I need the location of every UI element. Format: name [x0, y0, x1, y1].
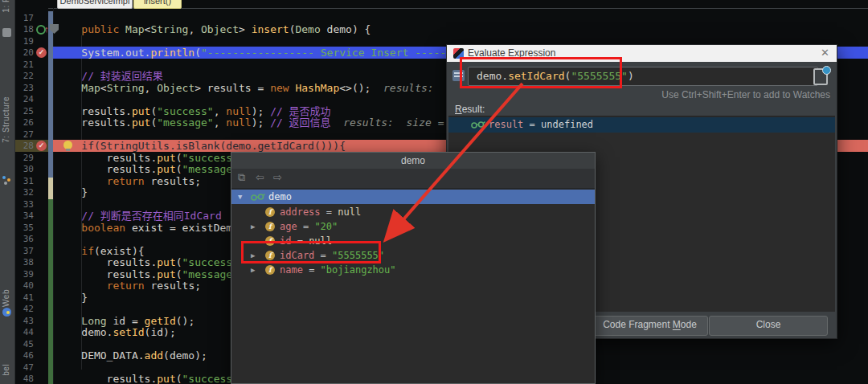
- line-number[interactable]: 44: [14, 326, 34, 338]
- variable-row-root[interactable]: ▼ demo: [231, 190, 595, 204]
- line-number[interactable]: 42: [14, 303, 34, 315]
- code-line[interactable]: public Map<String, Object> insert(Demo d…: [56, 23, 371, 35]
- line-number[interactable]: 48: [14, 373, 34, 384]
- token: Long: [81, 315, 106, 327]
- code-line[interactable]: results.put("success: [56, 152, 232, 164]
- line-number[interactable]: 22: [14, 70, 34, 82]
- close-button[interactable]: Close: [709, 316, 828, 336]
- code-line[interactable]: results.put("message: [56, 163, 232, 175]
- token: Map: [81, 82, 100, 94]
- line-number[interactable]: 35: [14, 222, 34, 234]
- project-icon[interactable]: [2, 28, 11, 37]
- copy-structure-icon[interactable]: ⧉: [238, 171, 245, 184]
- tool-button-project[interactable]: 1: Pr: [2, 0, 10, 13]
- line-number[interactable]: 26: [14, 116, 34, 129]
- token: (: [176, 373, 182, 384]
- watches-hint: Use Ctrl+Shift+Enter to add to Watches: [661, 89, 830, 100]
- breakpoint-icon[interactable]: ✓: [36, 141, 47, 151]
- line-number[interactable]: 21: [14, 59, 34, 71]
- line-number[interactable]: 18: [14, 23, 34, 35]
- token: ,: [214, 116, 227, 129]
- line-number[interactable]: 33: [14, 198, 34, 210]
- token: new: [270, 82, 295, 94]
- vcs-added-strip[interactable]: [48, 199, 53, 384]
- code-line[interactable]: }: [56, 186, 88, 198]
- close-icon[interactable]: ✕: [821, 47, 829, 59]
- result-label: Result:: [455, 104, 485, 115]
- line-number[interactable]: 24: [14, 93, 34, 105]
- expression-history-icon[interactable]: [813, 68, 828, 85]
- line-number[interactable]: 40: [14, 280, 34, 292]
- line-number[interactable]: 20: [14, 47, 34, 59]
- expand-arrow-icon[interactable]: ▶: [251, 219, 255, 234]
- code-line[interactable]: if(exist){: [56, 245, 145, 257]
- token: results.: [56, 105, 132, 117]
- variable-row-age[interactable]: ▶fage = "20": [231, 219, 595, 234]
- code-line[interactable]: DEMO_DATA.add(demo);: [56, 349, 207, 362]
- tool-button-web[interactable]: Web: [2, 289, 10, 307]
- line-number[interactable]: 34: [14, 210, 34, 222]
- line-number[interactable]: 30: [14, 163, 34, 175]
- code-line[interactable]: boolean exist = existDem: [56, 222, 232, 234]
- breadcrumb-class-tab[interactable]: DemoServiceImpl: [57, 0, 133, 9]
- code-line[interactable]: // 判断是否存在相同IdCard: [56, 210, 222, 222]
- line-number[interactable]: 27: [14, 129, 34, 141]
- token: ,: [214, 105, 227, 117]
- breadcrumb-method-tab[interactable]: insert(): [133, 0, 182, 9]
- ide-screen: 1: Pr 7: Structure Web bel DemoServiceIm…: [0, 0, 868, 384]
- line-number[interactable]: 41: [14, 292, 34, 304]
- expand-arrow-icon[interactable]: ▶: [251, 263, 255, 277]
- token: results: size = 2: [331, 116, 457, 129]
- code-line[interactable]: demo.setId(id);: [56, 326, 176, 338]
- vcs-changed-strip[interactable]: [48, 11, 53, 178]
- intention-bulb-icon[interactable]: [63, 141, 72, 149]
- code-line[interactable]: results.put("message", null); // 返回信息 re…: [56, 116, 457, 129]
- breakpoint-icon[interactable]: ✓: [36, 47, 47, 58]
- line-number[interactable]: 47: [14, 362, 34, 374]
- code-line[interactable]: if(StringUtils.isBlank(demo.getIdCard())…: [56, 140, 346, 152]
- forward-arrow-icon[interactable]: ⇨: [273, 171, 282, 183]
- back-arrow-icon[interactable]: ⇦: [256, 171, 264, 183]
- line-number[interactable]: 38: [14, 256, 34, 268]
- line-number[interactable]: 28: [14, 140, 34, 152]
- code-line[interactable]: results.put("success", null); // 是否成功: [56, 105, 331, 117]
- code-line[interactable]: results.put("success: [56, 256, 232, 268]
- line-number[interactable]: 23: [14, 82, 34, 94]
- collapse-icon[interactable]: ▼: [238, 190, 242, 204]
- token: results.: [56, 373, 157, 384]
- line-number[interactable]: 31: [14, 175, 34, 187]
- line-number[interactable]: 25: [14, 105, 34, 117]
- structure-icon[interactable]: [2, 176, 11, 185]
- code-fragment-mode-button[interactable]: Code Fragment Mode: [592, 316, 708, 336]
- line-number[interactable]: 37: [14, 245, 34, 257]
- field-icon: f: [265, 265, 275, 275]
- line-number[interactable]: 29: [14, 152, 34, 164]
- popup-title[interactable]: demo: [231, 153, 595, 169]
- tool-button-bottom[interactable]: bel: [2, 364, 10, 376]
- code-line[interactable]: Long id = getId();: [56, 315, 194, 327]
- line-number[interactable]: 36: [14, 233, 34, 245]
- code-line[interactable]: results.put("success", t: [56, 373, 257, 384]
- token: }: [56, 186, 88, 198]
- field-icon: f: [265, 207, 275, 217]
- code-line[interactable]: }: [56, 292, 88, 304]
- code-line[interactable]: // 封装返回结果: [56, 70, 163, 82]
- web-globe-icon[interactable]: [2, 308, 11, 317]
- code-line[interactable]: return results;: [56, 280, 201, 292]
- variable-row-address[interactable]: faddress = null: [231, 205, 595, 219]
- line-number[interactable]: 19: [14, 35, 34, 47]
- vcs-whitespace-strip[interactable]: [48, 178, 53, 199]
- result-row[interactable]: result = undefined: [448, 117, 835, 133]
- line-number[interactable]: 46: [14, 349, 34, 362]
- variable-row-name[interactable]: ▶fname = "bojiangzhou": [231, 263, 595, 277]
- line-number[interactable]: 45: [14, 338, 34, 350]
- line-number[interactable]: 43: [14, 315, 34, 327]
- code-line[interactable]: Map<String, Object> results = new HashMa…: [56, 82, 497, 94]
- code-line[interactable]: return results;: [56, 175, 201, 187]
- token: (: [194, 47, 201, 59]
- tool-button-structure[interactable]: 7: Structure: [2, 96, 10, 143]
- line-number[interactable]: 39: [14, 268, 34, 280]
- line-number[interactable]: 17: [14, 12, 34, 24]
- line-number[interactable]: 32: [14, 186, 34, 198]
- code-line[interactable]: results.put("message: [56, 268, 232, 280]
